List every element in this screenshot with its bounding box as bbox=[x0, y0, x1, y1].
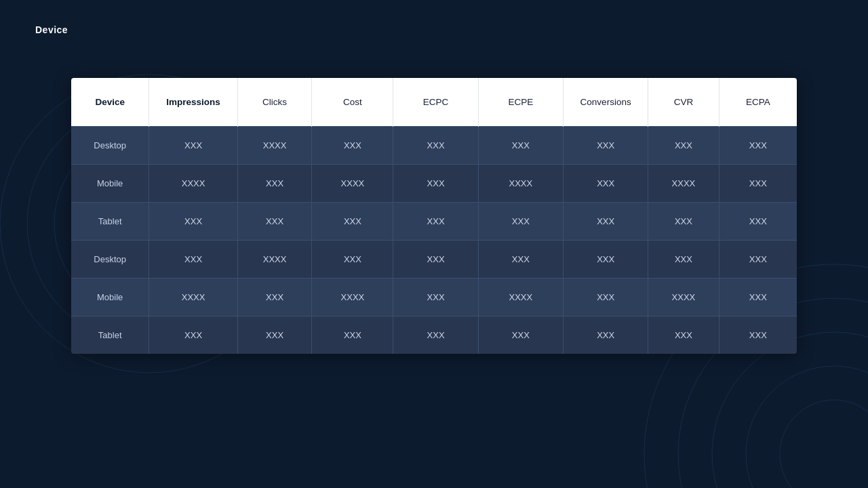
svg-point-7 bbox=[712, 332, 868, 488]
cell-ecpa: XXX bbox=[719, 317, 797, 354]
cell-conversions: XXX bbox=[564, 127, 648, 165]
cell-conversions: XXX bbox=[564, 241, 648, 279]
cell-ecpa: XXX bbox=[719, 279, 797, 317]
cell-conversions: XXX bbox=[564, 165, 648, 203]
cell-cvr: XXXX bbox=[648, 165, 719, 203]
cell-ecpe: XXX bbox=[478, 241, 563, 279]
cell-cost: XXX bbox=[312, 241, 393, 279]
table-row: DesktopXXXXXXXXXXXXXXXXXXXXXXXXX bbox=[71, 241, 797, 279]
cell-impressions: XXXX bbox=[149, 165, 237, 203]
cell-clicks: XXX bbox=[237, 317, 312, 354]
cell-device: Tablet bbox=[71, 317, 149, 354]
cell-ecpc: XXX bbox=[393, 165, 478, 203]
table-row: TabletXXXXXXXXXXXXXXXXXXXXXXXX bbox=[71, 317, 797, 354]
svg-point-8 bbox=[746, 366, 868, 488]
cell-clicks: XXXX bbox=[237, 127, 312, 165]
cell-clicks: XXX bbox=[237, 165, 312, 203]
col-header-cvr: CVR bbox=[648, 78, 719, 127]
col-header-clicks: Clicks bbox=[237, 78, 312, 127]
col-header-ecpe: ECPE bbox=[478, 78, 563, 127]
cell-device: Mobile bbox=[71, 279, 149, 317]
cell-impressions: XXXX bbox=[149, 279, 237, 317]
cell-clicks: XXX bbox=[237, 203, 312, 241]
cell-ecpe: XXX bbox=[478, 203, 563, 241]
table-header-row: Device Impressions Clicks Cost ECPC ECPE… bbox=[71, 78, 797, 127]
col-header-ecpc: ECPC bbox=[393, 78, 478, 127]
col-header-cost: Cost bbox=[312, 78, 393, 127]
cell-ecpe: XXXX bbox=[478, 165, 563, 203]
cell-cost: XXX bbox=[312, 317, 393, 354]
cell-cost: XXXX bbox=[312, 165, 393, 203]
cell-ecpa: XXX bbox=[719, 203, 797, 241]
cell-device: Tablet bbox=[71, 203, 149, 241]
cell-ecpc: XXX bbox=[393, 241, 478, 279]
cell-ecpe: XXXX bbox=[478, 279, 563, 317]
cell-cost: XXX bbox=[312, 127, 393, 165]
cell-device: Desktop bbox=[71, 127, 149, 165]
cell-impressions: XXX bbox=[149, 127, 237, 165]
cell-cvr: XXX bbox=[648, 203, 719, 241]
cell-cvr: XXXX bbox=[648, 279, 719, 317]
cell-ecpe: XXX bbox=[478, 317, 563, 354]
cell-cost: XXXX bbox=[312, 279, 393, 317]
table-row: MobileXXXXXXXXXXXXXXXXXXXXXXXXXXXX bbox=[71, 165, 797, 203]
col-header-conversions: Conversions bbox=[564, 78, 648, 127]
table-row: TabletXXXXXXXXXXXXXXXXXXXXXXXX bbox=[71, 203, 797, 241]
cell-device: Desktop bbox=[71, 241, 149, 279]
cell-impressions: XXX bbox=[149, 317, 237, 354]
table-row: DesktopXXXXXXXXXXXXXXXXXXXXXXXXX bbox=[71, 127, 797, 165]
svg-point-9 bbox=[780, 400, 868, 488]
col-header-ecpa: ECPA bbox=[719, 78, 797, 127]
cell-ecpa: XXX bbox=[719, 127, 797, 165]
cell-device: Mobile bbox=[71, 165, 149, 203]
cell-cvr: XXX bbox=[648, 241, 719, 279]
cell-clicks: XXXX bbox=[237, 241, 312, 279]
cell-ecpa: XXX bbox=[719, 241, 797, 279]
page-title: Device bbox=[35, 24, 68, 35]
cell-impressions: XXX bbox=[149, 203, 237, 241]
cell-ecpc: XXX bbox=[393, 203, 478, 241]
cell-clicks: XXX bbox=[237, 279, 312, 317]
cell-ecpa: XXX bbox=[719, 165, 797, 203]
col-header-device: Device bbox=[71, 78, 149, 127]
cell-impressions: XXX bbox=[149, 241, 237, 279]
cell-conversions: XXX bbox=[564, 279, 648, 317]
data-table: Device Impressions Clicks Cost ECPC ECPE… bbox=[71, 78, 797, 354]
table-row: MobileXXXXXXXXXXXXXXXXXXXXXXXXXXXX bbox=[71, 279, 797, 317]
cell-ecpc: XXX bbox=[393, 317, 478, 354]
cell-cvr: XXX bbox=[648, 317, 719, 354]
cell-conversions: XXX bbox=[564, 317, 648, 354]
cell-cvr: XXX bbox=[648, 127, 719, 165]
cell-ecpc: XXX bbox=[393, 127, 478, 165]
col-header-impressions: Impressions bbox=[149, 78, 237, 127]
cell-cost: XXX bbox=[312, 203, 393, 241]
cell-conversions: XXX bbox=[564, 203, 648, 241]
cell-ecpc: XXX bbox=[393, 279, 478, 317]
cell-ecpe: XXX bbox=[478, 127, 563, 165]
